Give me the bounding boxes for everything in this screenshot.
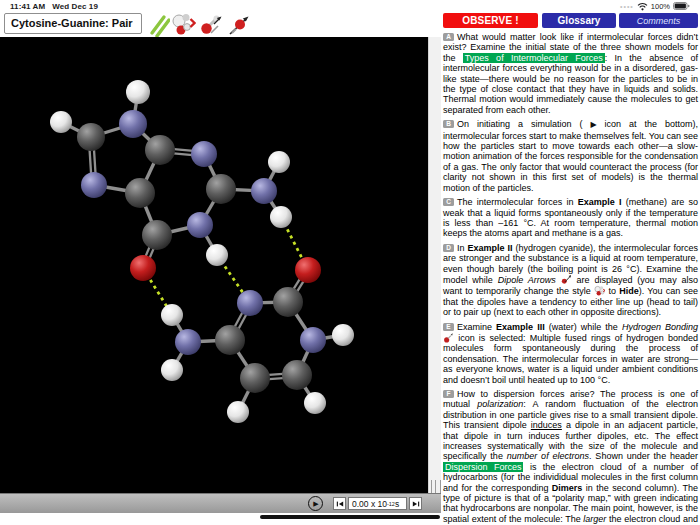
battery-icon [673,2,690,11]
atom-C [215,325,245,355]
atom-N [175,329,201,355]
atom-C [145,135,175,165]
atom-H [268,151,290,173]
text-segment: The intermolecular forces in [457,197,578,207]
text-segment: In [457,243,468,253]
atom-C [77,123,105,151]
paragraph-c: CThe intermolecular forces in Example I … [443,197,698,239]
status-time: 11:41 AM [10,2,45,11]
status-indicators: •••• 100% [620,2,690,11]
atom-H [270,206,292,228]
text-segment: Hydrogen Bonding [622,322,698,332]
atom-H [126,80,150,104]
paragraph-badge: A [443,33,454,41]
atom-C [273,287,303,317]
atom-H [161,304,183,326]
status-time-date: 11:41 AMWed Dec 19 [10,2,98,11]
model-title-field[interactable]: Cytosine-Guanine: Pair [4,13,142,34]
simulation-time-field[interactable]: 0.00 x 10-12 s [348,497,407,510]
atom-N [119,110,147,138]
text-segment: Hide [619,286,639,296]
atom-H [332,324,354,346]
atom-C [282,360,312,390]
paragraph-badge: D [443,244,454,252]
status-bar: 11:41 AMWed Dec 19 •••• 100% [0,0,700,12]
step-back-icon [336,500,344,508]
text-segment: Example II [468,243,513,253]
text-segment: Examine [457,322,496,332]
dipole-arrows-icon [561,274,572,285]
atom-H [50,111,72,133]
text-segment: larger [583,514,606,524]
paragraph-badge: B [443,120,454,128]
text-segment: icon is selected: Multiple fused rings o… [443,333,698,385]
status-date: Wed Dec 19 [52,2,98,11]
atom-C [206,174,236,204]
article: AWhat would matter look like if intermol… [443,32,698,525]
text-segment: Dipole Arrows [498,275,556,285]
highlighted-term[interactable]: Types of Intermolecular Forces [463,53,605,63]
viewport-scrollbar[interactable] [428,37,441,513]
paragraph-e: EExamine Example III (water) while the H… [443,322,698,385]
text-segment: Example I [578,197,622,207]
comments-button[interactable]: Comments [619,13,698,28]
text-segment: number of electrons [507,451,589,461]
simulation-control-bar: ▶ 0.00 x 10-12 s [0,493,441,513]
molecule-viewport[interactable] [0,37,428,493]
home-indicator[interactable] [260,515,440,519]
step-back-button[interactable] [333,497,346,510]
text-segment: Example III [496,322,545,332]
molecule-svg[interactable] [0,37,428,493]
atom-C [125,178,155,208]
paragraph-f: FHow to dispersion forces arise? The pro… [443,389,698,525]
atom-N [191,141,217,167]
play-button[interactable]: ▶ [308,496,323,511]
step-forward-icon [412,500,420,508]
dipole-arrows-icon[interactable] [226,12,252,37]
text-segment: icon at the bottom), intermolecular forc… [443,119,698,192]
render-style-icon [594,285,605,296]
text-segment: induces [531,420,562,430]
atom-H [206,244,228,266]
atom-C [142,220,172,250]
atom-C [240,363,270,393]
hydrogen-bonding-icon[interactable] [198,12,224,37]
time-unit: s [395,499,399,509]
atom-N [251,178,277,204]
time-value: 0.00 x 10 [352,499,387,509]
text-segment: On initiating a simulation ( [457,119,590,129]
render-style-icon[interactable] [170,12,196,37]
paragraph-b: BOn initiating a simulation ( ▶ icon at … [443,119,698,193]
text-segment: (water) while the [545,322,622,332]
text-segment: Dimers [552,483,583,493]
atom-N [81,172,107,198]
wifi-icon [637,2,648,11]
glossary-button[interactable]: Glossary [542,13,616,28]
atom-H [227,401,249,423]
atom-N [187,212,213,238]
text-segment: . Shown under the header [589,451,698,461]
app-window: 11:41 AMWed Dec 19 •••• 100% Cytosine-Gu… [0,0,700,525]
paragraph-d: DIn Example II (hydrogen cyanide), the i… [443,243,698,318]
observe-button[interactable]: OBSERVE ! [443,13,538,28]
atom-N [237,290,263,316]
text-segment: polarization [477,399,523,409]
hydrogen-bonding-icon [443,332,454,343]
atom-O [295,257,321,283]
cellular-dots-icon: •••• [620,3,634,10]
atom-H [161,359,183,381]
paragraph-badge: E [443,323,454,331]
text-segment: to [605,286,619,296]
paragraph-a: AWhat would matter look like if intermol… [443,32,698,115]
paragraph-badge: C [443,198,454,206]
paragraph-badge: F [443,390,454,398]
step-forward-button[interactable] [409,497,422,510]
atom-N [300,327,326,353]
battery-percent: 100% [651,2,670,11]
atom-H [304,392,326,414]
highlighted-term[interactable]: Dispersion Forces [443,462,523,472]
atom-O [130,255,156,281]
